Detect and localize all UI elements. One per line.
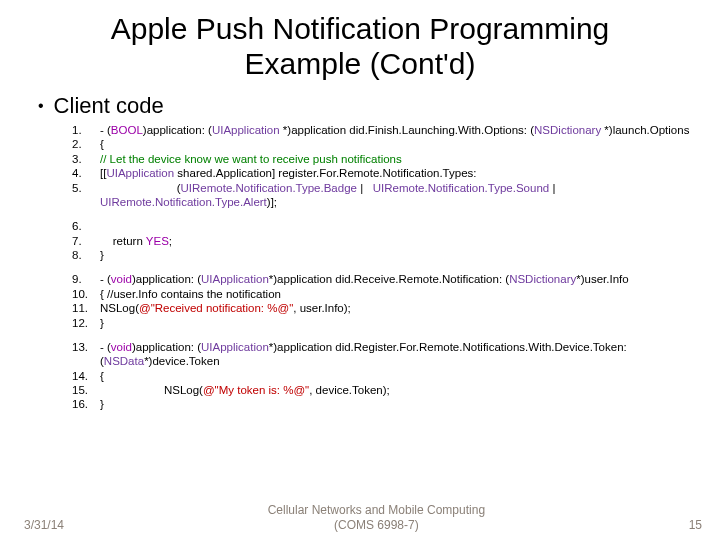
code-line: 9. - (void)application: (UIApplication*)…	[72, 272, 700, 286]
code-line: 5. (UIRemote.Notification.Type.Badge | U…	[72, 181, 700, 210]
code-comment: // Let the device know we want to receiv…	[100, 152, 700, 166]
line-number: 2.	[72, 137, 100, 151]
code-text: [[UIApplication shared.Application] regi…	[100, 166, 700, 180]
footer-center: Cellular Networks and Mobile Computing (…	[64, 503, 689, 532]
code-line: 3. // Let the device know we want to rec…	[72, 152, 700, 166]
code-line: 11. NSLog(@"Received notification: %@", …	[72, 301, 700, 315]
code-text: NSLog(@"My token is: %@", device.Token);	[100, 383, 700, 397]
code-text: { //user.Info contains the notification	[100, 287, 700, 301]
line-number: 9.	[72, 272, 100, 286]
code-line: 16. }	[72, 397, 700, 411]
code-block: 1. - (BOOL)application: (UIApplication *…	[0, 123, 720, 412]
line-number: 7.	[72, 234, 100, 248]
line-number: 5.	[72, 181, 100, 195]
code-text: }	[100, 397, 700, 411]
code-text: (UIRemote.Notification.Type.Badge | UIRe…	[100, 181, 700, 210]
code-text	[100, 219, 700, 233]
code-line: 10. { //user.Info contains the notificat…	[72, 287, 700, 301]
code-text: {	[100, 369, 700, 383]
code-text: }	[100, 316, 700, 330]
title-line-1: Apple Push Notification Programming	[111, 12, 610, 45]
line-number: 10.	[72, 287, 100, 301]
footer-course-1: Cellular Networks and Mobile Computing	[268, 503, 485, 517]
code-line: 8. }	[72, 248, 700, 262]
line-number: 13.	[72, 340, 100, 354]
code-text: - (BOOL)application: (UIApplication *)ap…	[100, 123, 700, 137]
code-line: 1. - (BOOL)application: (UIApplication *…	[72, 123, 700, 137]
code-line: 15. NSLog(@"My token is: %@", device.Tok…	[72, 383, 700, 397]
line-number: 12.	[72, 316, 100, 330]
line-number: 1.	[72, 123, 100, 137]
code-line: 12. }	[72, 316, 700, 330]
code-text: - (void)application: (UIApplication*)app…	[100, 340, 700, 369]
code-text: }	[100, 248, 700, 262]
slide-title: Apple Push Notification Programming Exam…	[0, 0, 720, 85]
code-text: NSLog(@"Received notification: %@", user…	[100, 301, 700, 315]
footer-date: 3/31/14	[24, 518, 64, 532]
bullet-text: Client code	[54, 93, 164, 119]
code-line: 4. [[UIApplication shared.Application] r…	[72, 166, 700, 180]
footer: 3/31/14 Cellular Networks and Mobile Com…	[0, 503, 720, 532]
code-text: return YES;	[100, 234, 700, 248]
line-number: 11.	[72, 301, 100, 315]
line-number: 14.	[72, 369, 100, 383]
footer-course-2: (COMS 6998-7)	[334, 518, 419, 532]
code-line: 2. {	[72, 137, 700, 151]
line-number: 15.	[72, 383, 100, 397]
line-number: 8.	[72, 248, 100, 262]
code-line: 13. - (void)application: (UIApplication*…	[72, 340, 700, 369]
code-text: {	[100, 137, 700, 151]
bullet-dot: •	[38, 97, 44, 115]
code-line: 14. {	[72, 369, 700, 383]
bullet-item: • Client code	[0, 85, 720, 123]
line-number: 4.	[72, 166, 100, 180]
title-line-2: Example (Cont'd)	[245, 47, 476, 80]
line-number: 16.	[72, 397, 100, 411]
line-number: 6.	[72, 219, 100, 233]
footer-page-number: 15	[689, 518, 702, 532]
code-text: - (void)application: (UIApplication*)app…	[100, 272, 700, 286]
line-number: 3.	[72, 152, 100, 166]
code-line: 6.	[72, 219, 700, 233]
code-line: 7. return YES;	[72, 234, 700, 248]
